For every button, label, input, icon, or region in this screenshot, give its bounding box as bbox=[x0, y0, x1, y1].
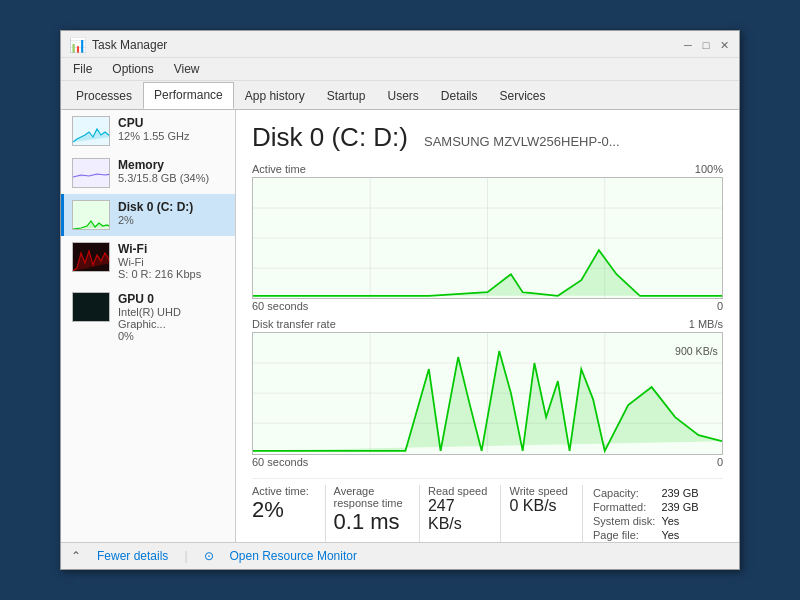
window-title: Task Manager bbox=[92, 38, 167, 52]
active-time-time: 60 seconds bbox=[252, 300, 308, 312]
avg-response-value: 0.1 ms bbox=[334, 509, 411, 535]
avg-response-label: Average response time bbox=[334, 485, 411, 509]
tab-app-history[interactable]: App history bbox=[234, 83, 316, 109]
app-icon: 📊 bbox=[69, 37, 86, 53]
svg-text:900 KB/s: 900 KB/s bbox=[675, 345, 718, 357]
disk-thumbnail bbox=[72, 200, 110, 230]
active-time-chart-block: Active time 100% bbox=[252, 163, 723, 312]
memory-name: Memory bbox=[118, 158, 227, 172]
wifi-info: Wi-Fi Wi-Fi S: 0 R: 216 Kbps bbox=[118, 242, 227, 280]
sidebar-item-memory[interactable]: Memory 5.3/15.8 GB (34%) bbox=[61, 152, 235, 194]
right-stats-table: Capacity: 239 GB Formatted: 239 GB Syste… bbox=[591, 485, 701, 543]
formatted-label: Formatted: bbox=[593, 501, 655, 513]
active-time-stat-label: Active time: bbox=[252, 485, 317, 497]
right-stats: Capacity: 239 GB Formatted: 239 GB Syste… bbox=[583, 485, 723, 543]
active-time-bottom: 60 seconds 0 bbox=[252, 300, 723, 312]
active-time-max: 100% bbox=[695, 163, 723, 175]
resource-monitor-icon: ⊙ bbox=[204, 549, 214, 563]
active-time-svg bbox=[253, 178, 722, 298]
memory-thumbnail bbox=[72, 158, 110, 188]
sidebar-item-gpu[interactable]: GPU 0 Intel(R) UHD Graphic... 0% bbox=[61, 286, 235, 348]
disk-sub: 2% bbox=[118, 214, 227, 226]
menu-bar: File Options View bbox=[61, 58, 739, 81]
system-disk-value: Yes bbox=[657, 515, 698, 527]
left-panel: CPU 12% 1.55 GHz Memory 5.3/15.8 GB (34%… bbox=[61, 110, 236, 542]
separator: | bbox=[184, 549, 187, 563]
minimize-button[interactable]: ─ bbox=[681, 38, 695, 52]
active-time-label-row: Active time 100% bbox=[252, 163, 723, 175]
memory-chart bbox=[73, 159, 110, 188]
main-content: CPU 12% 1.55 GHz Memory 5.3/15.8 GB (34%… bbox=[61, 110, 739, 542]
cpu-name: CPU bbox=[118, 116, 227, 130]
wifi-name: Wi-Fi bbox=[118, 242, 227, 256]
wifi-thumbnail bbox=[72, 242, 110, 272]
cpu-info: CPU 12% 1.55 GHz bbox=[118, 116, 227, 142]
transfer-rate-min: 0 bbox=[717, 456, 723, 468]
tab-processes[interactable]: Processes bbox=[65, 83, 143, 109]
gpu-sub1: Intel(R) UHD Graphic... bbox=[118, 306, 227, 330]
fewer-details-button[interactable]: Fewer details bbox=[97, 549, 168, 563]
wifi-sub1: Wi-Fi bbox=[118, 256, 227, 268]
svg-rect-0 bbox=[73, 117, 110, 146]
tab-startup[interactable]: Startup bbox=[316, 83, 377, 109]
task-manager-window: 📊 Task Manager ─ □ ✕ File Options View P… bbox=[60, 30, 740, 570]
close-button[interactable]: ✕ bbox=[717, 38, 731, 52]
gpu-info: GPU 0 Intel(R) UHD Graphic... 0% bbox=[118, 292, 227, 342]
chart-section: Active time 100% bbox=[252, 163, 723, 468]
tab-performance[interactable]: Performance bbox=[143, 82, 234, 109]
sidebar-item-cpu[interactable]: CPU 12% 1.55 GHz bbox=[61, 110, 235, 152]
wifi-sub2: S: 0 R: 216 Kbps bbox=[118, 268, 227, 280]
disk-title-row: Disk 0 (C: D:) SAMSUNG MZVLW256HEHP-0... bbox=[252, 122, 723, 153]
disk-title: Disk 0 (C: D:) bbox=[252, 122, 408, 153]
menu-options[interactable]: Options bbox=[108, 60, 157, 78]
menu-file[interactable]: File bbox=[69, 60, 96, 78]
window-controls: ─ □ ✕ bbox=[681, 38, 731, 52]
stat-avg-response: Average response time 0.1 ms bbox=[326, 485, 420, 543]
read-speed-value: 247 KB/s bbox=[428, 497, 493, 533]
stat-write-speed: Write speed 0 KB/s bbox=[501, 485, 583, 543]
tab-details[interactable]: Details bbox=[430, 83, 489, 109]
disk-model: SAMSUNG MZVLW256HEHP-0... bbox=[424, 134, 620, 149]
transfer-rate-bottom: 60 seconds 0 bbox=[252, 456, 723, 468]
active-time-chart bbox=[252, 177, 723, 299]
active-time-min: 0 bbox=[717, 300, 723, 312]
gpu-thumbnail bbox=[72, 292, 110, 322]
disk-name: Disk 0 (C: D:) bbox=[118, 200, 227, 214]
tab-users[interactable]: Users bbox=[376, 83, 429, 109]
sidebar-item-wifi[interactable]: Wi-Fi Wi-Fi S: 0 R: 216 Kbps bbox=[61, 236, 235, 286]
disk-chart bbox=[73, 201, 110, 230]
svg-rect-1 bbox=[73, 159, 110, 188]
transfer-rate-label: Disk transfer rate bbox=[252, 318, 336, 330]
write-speed-label: Write speed bbox=[509, 485, 574, 497]
open-resource-monitor-button[interactable]: Open Resource Monitor bbox=[230, 549, 357, 563]
formatted-value: 239 GB bbox=[657, 501, 698, 513]
svg-rect-4 bbox=[73, 293, 110, 322]
stat-active-time: Active time: 2% bbox=[252, 485, 326, 543]
transfer-rate-svg: 900 KB/s bbox=[253, 333, 722, 453]
stats-section: Active time: 2% Average response time 0.… bbox=[252, 478, 723, 543]
gpu-sub2: 0% bbox=[118, 330, 227, 342]
maximize-button[interactable]: □ bbox=[699, 38, 713, 52]
right-panel: Disk 0 (C: D:) SAMSUNG MZVLW256HEHP-0...… bbox=[236, 110, 739, 542]
transfer-rate-chart: 900 KB/s bbox=[252, 332, 723, 454]
title-bar: 📊 Task Manager ─ □ ✕ bbox=[61, 31, 739, 58]
tab-services[interactable]: Services bbox=[489, 83, 557, 109]
stat-read-speed: Read speed 247 KB/s bbox=[420, 485, 502, 543]
tab-bar: Processes Performance App history Startu… bbox=[61, 81, 739, 110]
cpu-thumbnail bbox=[72, 116, 110, 146]
write-speed-value: 0 KB/s bbox=[509, 497, 574, 515]
gpu-name: GPU 0 bbox=[118, 292, 227, 306]
transfer-rate-chart-block: Disk transfer rate 1 MB/s bbox=[252, 318, 723, 467]
transfer-rate-max: 1 MB/s bbox=[689, 318, 723, 330]
bottom-bar: ⌃ Fewer details | ⊙ Open Resource Monito… bbox=[61, 542, 739, 569]
capacity-label: Capacity: bbox=[593, 487, 655, 499]
active-time-stat-value: 2% bbox=[252, 497, 317, 523]
capacity-value: 239 GB bbox=[657, 487, 698, 499]
fewer-details-icon: ⌃ bbox=[71, 549, 81, 563]
memory-sub: 5.3/15.8 GB (34%) bbox=[118, 172, 227, 184]
menu-view[interactable]: View bbox=[170, 60, 204, 78]
page-file-label: Page file: bbox=[593, 529, 655, 541]
cpu-sub: 12% 1.55 GHz bbox=[118, 130, 227, 142]
disk-info: Disk 0 (C: D:) 2% bbox=[118, 200, 227, 226]
sidebar-item-disk[interactable]: Disk 0 (C: D:) 2% bbox=[61, 194, 235, 236]
